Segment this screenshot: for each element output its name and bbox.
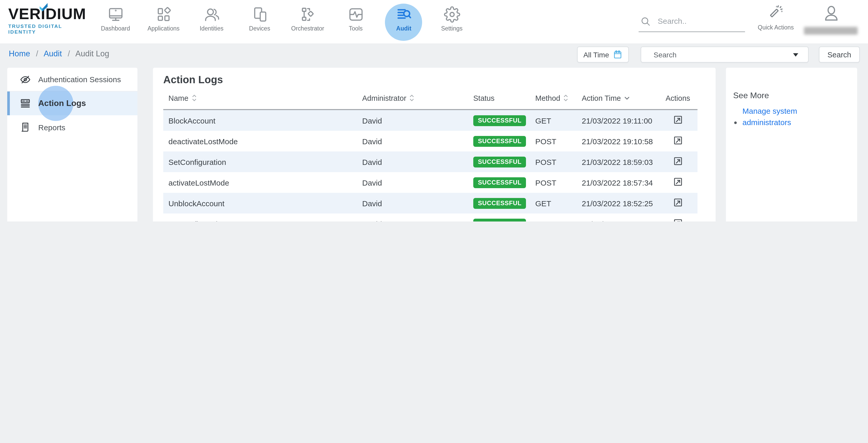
nav-item-label: Settings bbox=[441, 25, 462, 32]
nav-item-label: Orchestrator bbox=[291, 25, 324, 32]
quick-actions-label: Quick Actions bbox=[753, 24, 798, 30]
cell-administrator: David bbox=[362, 199, 473, 208]
nav-item-label: Applications bbox=[148, 25, 180, 32]
column-header-administrator[interactable]: Administrator bbox=[362, 94, 473, 102]
sidebar-item-label: Authentication Sessions bbox=[38, 75, 121, 84]
breadcrumb-separator: / bbox=[32, 49, 42, 58]
see-more-list: Manage system administrators bbox=[726, 106, 857, 128]
sort-icon bbox=[563, 94, 568, 102]
nav-item-label: Devices bbox=[249, 25, 270, 32]
cell-status: SUCCESSFUL bbox=[473, 136, 535, 147]
cell-actions bbox=[658, 197, 698, 209]
nav-item-devices[interactable]: Devices bbox=[236, 3, 284, 41]
veridium-logo[interactable]: VERIDIUM TRUSTED DIGITAL IDENTITY bbox=[8, 6, 86, 35]
sidebar-item-action-logs[interactable]: Action Logs bbox=[7, 91, 137, 115]
column-header-label: Status bbox=[473, 94, 494, 102]
see-more-list-item: Manage system administrators bbox=[742, 106, 857, 128]
manage-system-administrators-link[interactable]: Manage system administrators bbox=[742, 106, 803, 128]
top-header: VERIDIUM TRUSTED DIGITAL IDENTITY Dashbo… bbox=[0, 0, 868, 43]
cell-action-time: 21/03/2022 19:11:00 bbox=[582, 116, 658, 125]
nav-item-orchestrator[interactable]: Orchestrator bbox=[284, 3, 332, 41]
nav-item-label: Identities bbox=[200, 25, 223, 32]
nav-item-label: Dashboard bbox=[101, 25, 130, 32]
table-row: deactivateLostMode David SUCCESSFUL POST… bbox=[163, 131, 698, 151]
cell-actions bbox=[658, 176, 698, 189]
cell-action-time: 21/03/2022 18:52:25 bbox=[582, 199, 658, 208]
cell-administrator: David bbox=[362, 116, 473, 125]
cell-method: GET bbox=[535, 116, 582, 125]
open-external-icon[interactable] bbox=[673, 156, 683, 167]
sort-desc-icon bbox=[624, 96, 630, 100]
table-row: SetConfiguration David SUCCESSFUL POST 2… bbox=[163, 213, 698, 222]
table-row: activateLostMode David SUCCESSFUL POST 2… bbox=[163, 172, 698, 193]
breadcrumb-audit-link[interactable]: Audit bbox=[44, 49, 62, 58]
sidebar-item-label: Reports bbox=[38, 123, 65, 131]
cell-method: POST bbox=[535, 178, 582, 187]
nav-item-applications[interactable]: Applications bbox=[140, 3, 188, 41]
tools-icon bbox=[347, 6, 364, 23]
nav-item-label: Tools bbox=[349, 25, 363, 32]
cell-administrator: David bbox=[362, 178, 473, 187]
open-external-icon[interactable] bbox=[673, 218, 683, 222]
cell-name: SetConfiguration bbox=[163, 219, 362, 222]
nav-item-identities[interactable]: Identities bbox=[188, 3, 236, 41]
nav-item-settings[interactable]: Settings bbox=[428, 3, 476, 41]
cell-actions bbox=[658, 135, 698, 147]
nav-item-tools[interactable]: Tools bbox=[332, 3, 380, 41]
cell-name: activateLostMode bbox=[163, 178, 362, 187]
cell-action-time: 21/03/2022 18:48:20 bbox=[582, 219, 658, 222]
apps-icon bbox=[155, 6, 172, 23]
status-badge: SUCCESSFUL bbox=[473, 218, 526, 222]
nav-item-dashboard[interactable]: Dashboard bbox=[91, 3, 140, 41]
audit-sidebar: Authentication Sessions Action Logs Repo… bbox=[7, 68, 137, 222]
global-search-input[interactable]: Search.. bbox=[639, 11, 745, 32]
column-header-label: Name bbox=[168, 94, 188, 102]
cell-action-time: 21/03/2022 18:57:34 bbox=[582, 178, 658, 187]
time-filter-button[interactable]: All Time bbox=[577, 47, 629, 63]
sidebar-item-reports[interactable]: Reports bbox=[7, 115, 137, 139]
identities-icon bbox=[203, 6, 220, 23]
logo-tagline: TRUSTED DIGITAL IDENTITY bbox=[8, 23, 86, 35]
quick-actions-button[interactable]: Quick Actions bbox=[753, 4, 798, 30]
table-row: BlockAccount David SUCCESSFUL GET 21/03/… bbox=[163, 110, 698, 131]
search-icon bbox=[640, 16, 651, 27]
table-row: SetConfiguration David SUCCESSFUL POST 2… bbox=[163, 151, 698, 172]
column-header-action-time[interactable]: Action Time bbox=[582, 94, 658, 102]
sidebar-item-authentication-sessions[interactable]: Authentication Sessions bbox=[7, 68, 137, 91]
nav-item-audit[interactable]: Audit bbox=[380, 3, 428, 41]
user-avatar-icon[interactable] bbox=[823, 3, 840, 24]
open-external-icon[interactable] bbox=[673, 135, 683, 146]
breadcrumb-current: Audit Log bbox=[75, 49, 109, 58]
search-field-dropdown[interactable]: Search bbox=[641, 47, 809, 63]
cell-administrator: David bbox=[362, 157, 473, 166]
logo-checkmark-icon bbox=[38, 3, 49, 12]
cell-method: POST bbox=[535, 157, 582, 166]
column-header-name[interactable]: Name bbox=[163, 94, 362, 102]
cell-method: POST bbox=[535, 137, 582, 146]
search-dropdown-placeholder: Search bbox=[654, 50, 677, 59]
status-badge: SUCCESSFUL bbox=[473, 115, 526, 126]
open-external-icon[interactable] bbox=[673, 197, 683, 208]
open-external-icon[interactable] bbox=[673, 114, 683, 125]
open-external-icon[interactable] bbox=[673, 176, 683, 187]
search-button[interactable]: Search bbox=[819, 47, 860, 63]
status-badge: SUCCESSFUL bbox=[473, 177, 526, 188]
table-row: UnblockAccount David SUCCESSFUL GET 21/0… bbox=[163, 193, 698, 213]
orchestrator-icon bbox=[300, 6, 316, 23]
cell-actions bbox=[658, 156, 698, 168]
veridium-admin-console: VERIDIUM TRUSTED DIGITAL IDENTITY Dashbo… bbox=[0, 0, 868, 222]
devices-icon bbox=[251, 6, 268, 23]
page-title: Action Logs bbox=[163, 74, 223, 86]
column-header-method[interactable]: Method bbox=[535, 94, 582, 102]
cell-status: SUCCESSFUL bbox=[473, 115, 535, 126]
breadcrumb: Home / Audit / Audit Log bbox=[9, 49, 109, 58]
cell-status: SUCCESSFUL bbox=[473, 218, 535, 222]
column-header-actions: Actions bbox=[658, 94, 698, 102]
cell-status: SUCCESSFUL bbox=[473, 156, 535, 167]
cell-status: SUCCESSFUL bbox=[473, 177, 535, 188]
status-badge: SUCCESSFUL bbox=[473, 198, 526, 209]
status-badge: SUCCESSFUL bbox=[473, 136, 526, 147]
table-header-row: Name Administrator Status Method Action … bbox=[163, 91, 698, 105]
breadcrumb-home-link[interactable]: Home bbox=[9, 49, 30, 58]
column-header-label: Administrator bbox=[362, 94, 406, 102]
